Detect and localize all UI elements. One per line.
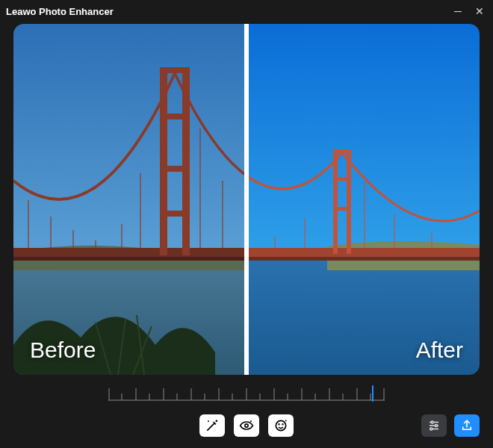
main-area: Before After: [0, 22, 493, 448]
eye-enhance-button[interactable]: [234, 414, 259, 437]
comparison-viewer[interactable]: Before After: [13, 24, 480, 375]
face-enhance-button[interactable]: [268, 414, 294, 437]
window-controls: ─ ✕: [454, 6, 487, 16]
svg-rect-8: [160, 67, 190, 73]
svg-point-89: [279, 424, 279, 425]
right-tools: [421, 414, 480, 437]
adjustments-button[interactable]: [421, 414, 447, 437]
enhance-tools: [199, 414, 294, 437]
zoom-ruler[interactable]: [108, 387, 385, 402]
svg-rect-46: [347, 149, 351, 254]
bridge-photo: [13, 24, 480, 375]
svg-point-90: [282, 424, 283, 425]
eye-sparkle-icon: [238, 418, 255, 433]
svg-rect-9: [160, 113, 190, 119]
svg-point-88: [276, 420, 285, 430]
export-icon: [460, 419, 474, 432]
svg-rect-10: [160, 166, 190, 172]
after-label: After: [416, 337, 463, 363]
titlebar: Leawo Photo Enhancer ─ ✕: [0, 0, 493, 22]
svg-point-96: [430, 428, 432, 430]
ruler-handle[interactable]: [372, 385, 373, 402]
magic-wand-icon: [205, 418, 220, 433]
app-title: Leawo Photo Enhancer: [6, 6, 114, 17]
export-button[interactable]: [454, 414, 480, 437]
svg-rect-48: [333, 177, 351, 181]
svg-rect-49: [333, 207, 351, 211]
svg-point-87: [245, 424, 248, 427]
svg-rect-45: [333, 149, 338, 254]
sliders-icon: [427, 419, 441, 432]
toolbar: [13, 412, 480, 439]
svg-rect-64: [244, 24, 249, 375]
before-label: Before: [30, 337, 96, 363]
svg-point-94: [431, 421, 433, 423]
svg-point-95: [435, 425, 438, 427]
smiley-sparkle-icon: [273, 418, 288, 433]
minimize-button[interactable]: ─: [454, 6, 462, 16]
auto-enhance-button[interactable]: [199, 414, 225, 437]
zoom-ruler-row: [13, 387, 480, 402]
svg-rect-11: [160, 211, 190, 217]
close-button[interactable]: ✕: [475, 6, 484, 16]
